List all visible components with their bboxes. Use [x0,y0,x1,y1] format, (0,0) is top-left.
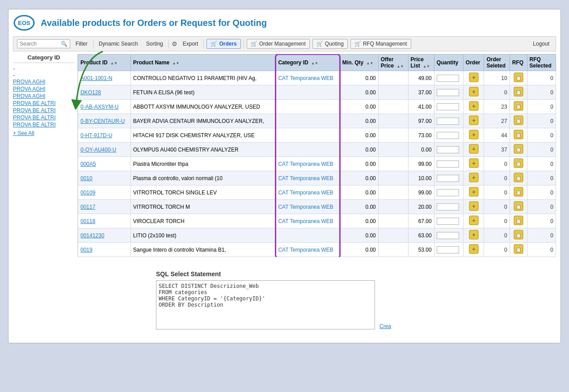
sidebar-item-prova-aghi-3[interactable]: PROVA AGHI [13,93,75,100]
product-id-link[interactable]: 0010 [80,175,93,181]
product-id-link[interactable]: 0-OY-AU400-U [80,147,116,153]
product-id-link[interactable]: 0-HT-917D-U [80,132,112,139]
col-header-price-list[interactable]: PriceList ▲▼ [408,55,434,71]
category-id-cell: CAT Temporanea WEB [276,171,340,185]
add-to-rfq-button[interactable]: 📋 [514,249,523,255]
add-to-order-button[interactable]: + [469,192,479,198]
add-to-rfq-button[interactable]: 📋 [514,120,523,126]
col-header-order: Order [463,55,484,71]
col-header-offer-price[interactable]: OfferPrice ▲▼ [378,55,408,71]
add-to-rfq-button[interactable]: 📋 [514,220,523,227]
add-to-rfq-button[interactable]: 📋 [514,235,523,241]
add-to-rfq-button[interactable]: 📋 [514,206,523,212]
export-button[interactable]: Export [180,40,201,48]
quantity-input[interactable] [437,89,459,96]
table-row: 0010Plasma di controllo, valori normali … [78,171,556,185]
order-selected-cell: 0 [484,214,510,228]
add-to-order-button[interactable]: + [469,177,479,184]
col-header-min-qty[interactable]: Min. Qty ▲▼ [340,55,378,71]
product-id-link[interactable]: 00109 [80,190,95,196]
sidebar-item-prova-be-altri-1[interactable]: PROVA BE ALTRI [13,100,75,107]
add-to-rfq-button[interactable]: 📋 [514,192,523,198]
add-to-order-button[interactable]: + [469,106,479,112]
product-name-cell: VITROTROL TORCH SINGLE LEV [131,185,276,200]
quantity-input[interactable] [437,175,459,182]
sidebar-item-prova-aghi-2[interactable]: PROVA AGHI [13,85,75,93]
quantity-input[interactable] [437,146,459,153]
add-to-rfq-button[interactable]: 📋 [514,106,523,112]
add-to-order-button[interactable]: + [469,92,479,98]
order-cell: + [463,200,484,214]
add-to-rfq-button[interactable]: 📋 [514,163,523,169]
add-to-order-button[interactable]: + [469,249,479,255]
logout-button[interactable]: Logout [530,40,552,48]
rfq-cell: 📋 [510,100,527,114]
svg-text:+: + [472,102,476,110]
sidebar-item-prova-be-altri-3[interactable]: PROVA BE ALTRI [13,114,75,121]
orders-button[interactable]: 🛒 Orders [207,39,240,49]
svg-text:📋: 📋 [516,89,522,95]
add-to-rfq-button[interactable]: 📋 [514,135,523,141]
filter-button[interactable]: Filter [73,40,90,48]
table-row: A001-1001-NCONTROLLO NEGATIVO 11 PARAMET… [78,71,556,85]
category-id-cell: CAT Temporanea WEB [276,243,340,257]
see-all-link[interactable]: + See All [13,130,75,136]
add-to-order-button[interactable]: + [469,149,479,155]
product-id-link[interactable]: A001-1001-N [80,75,112,81]
product-id-link[interactable]: 0019 [80,247,93,253]
sql-textarea[interactable]: SELECT DISTINCT Descrizione_Web FROM cat… [156,280,375,329]
product-name-cell: CONTROLLO NEGATIVO 11 PARAMETRI (HIV Ag, [131,71,276,85]
search-input[interactable] [20,41,60,47]
quantity-input[interactable] [437,160,459,168]
product-id-link[interactable]: DKO128 [80,89,101,96]
quantity-input[interactable] [437,118,459,125]
add-to-rfq-button[interactable]: 📋 [514,92,523,98]
add-to-rfq-button[interactable]: 📋 [514,177,523,184]
category-id-cell: CAT Temporanea WEB [276,71,340,85]
col-header-product-id[interactable]: Product ID ▲▼ [78,55,131,71]
add-to-order-button[interactable]: + [469,163,479,169]
add-to-order-button[interactable]: + [469,135,479,141]
add-to-rfq-button[interactable]: 📋 [514,77,523,84]
add-to-order-button[interactable]: + [469,206,479,212]
col-header-product-name[interactable]: Product Name ▲▼ [131,55,276,71]
product-id-link[interactable]: 0-AB-AXSYM-U [80,104,118,110]
table-row: 000A5Piastra Microntiter thpaCAT Tempora… [78,157,556,171]
sidebar-item-prova-be-altri-2[interactable]: PROVA BE ALTRI [13,107,75,114]
sidebar-item-prova-be-altri-4[interactable]: PROVA BE ALTRI [13,121,75,128]
product-id-link[interactable]: 00117 [80,204,95,210]
create-link[interactable]: Crea [379,323,391,329]
rfq-icon: 🛒 [354,41,361,47]
add-to-rfq-button[interactable]: 📋 [514,149,523,155]
offer-price-cell [378,228,408,243]
order-management-button[interactable]: 🛒 Order Management [247,39,310,49]
add-to-order-button[interactable]: + [469,120,479,126]
col-header-category-id[interactable]: Category ID ▲▼ [276,55,340,71]
quantity-input[interactable] [437,75,459,82]
product-id-link[interactable]: 00118 [80,218,95,224]
add-to-order-button[interactable]: + [469,77,479,84]
offer-price-cell [378,71,408,85]
cart-icon: 🛒 [211,41,217,47]
sorting-button[interactable]: Sorting [143,40,166,48]
add-to-order-button[interactable]: + [469,235,479,241]
add-to-order-button[interactable]: + [469,220,479,227]
svg-text:📋: 📋 [516,132,522,138]
offer-price-cell [378,85,408,100]
quantity-input[interactable] [437,232,459,239]
product-id-link[interactable]: 00141230 [80,232,104,239]
quantity-input[interactable] [437,132,459,139]
category-id-cell: CAT Temporanea WEB [276,185,340,200]
product-id-link[interactable]: 0-BY-CENTAUR-U [80,118,125,124]
sidebar-item-prova-aghi-1[interactable]: PROVA AGHI [13,78,75,85]
quantity-input[interactable] [437,203,459,211]
rfq-management-button[interactable]: 🛒 RFQ Management [350,39,411,49]
quantity-input[interactable] [437,246,459,253]
rfq-cell: 📋 [510,85,527,100]
dynamic-search-button[interactable]: Dynamic Search [96,40,141,48]
product-id-link[interactable]: 000A5 [80,161,96,167]
quantity-input[interactable] [437,218,459,225]
quantity-input[interactable] [437,103,459,110]
quantity-input[interactable] [437,189,459,196]
quoting-button[interactable]: 🛒 Quoting [312,39,348,49]
